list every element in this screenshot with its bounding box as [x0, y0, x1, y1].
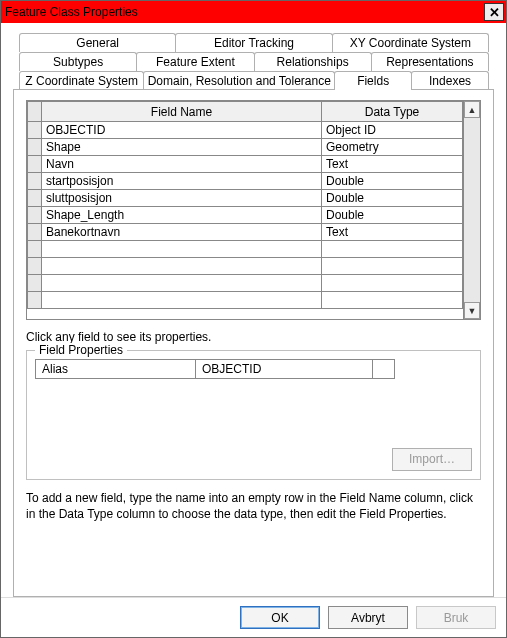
- cell-data-type[interactable]: [322, 275, 463, 292]
- dialog-content: General Editor Tracking XY Coordinate Sy…: [1, 23, 506, 597]
- cell-field-name[interactable]: [42, 275, 322, 292]
- tab-row-1: General Editor Tracking XY Coordinate Sy…: [19, 33, 488, 52]
- cell-data-type[interactable]: [322, 292, 463, 309]
- corner-header: [28, 102, 42, 122]
- cell-field-name[interactable]: startposisjon: [42, 173, 322, 190]
- tab-representations[interactable]: Representations: [371, 52, 489, 71]
- cell-field-name[interactable]: OBJECTID: [42, 122, 322, 139]
- ok-button[interactable]: OK: [240, 606, 320, 629]
- cell-field-name[interactable]: [42, 258, 322, 275]
- cell-data-type[interactable]: Double: [322, 207, 463, 224]
- cell-field-name[interactable]: [42, 292, 322, 309]
- cell-field-name[interactable]: sluttposisjon: [42, 190, 322, 207]
- tab-strip: General Editor Tracking XY Coordinate Sy…: [13, 33, 494, 90]
- row-header[interactable]: [28, 173, 42, 190]
- cell-data-type[interactable]: Text: [322, 156, 463, 173]
- dialog-footer: OK Avbryt Bruk: [1, 597, 506, 637]
- table-row[interactable]: [28, 258, 463, 275]
- row-header[interactable]: [28, 122, 42, 139]
- cell-data-type[interactable]: Geometry: [322, 139, 463, 156]
- cell-data-type[interactable]: Text: [322, 224, 463, 241]
- close-icon: ✕: [489, 6, 500, 19]
- col-header-data-type[interactable]: Data Type: [322, 102, 463, 122]
- row-header[interactable]: [28, 156, 42, 173]
- cancel-button[interactable]: Avbryt: [328, 606, 408, 629]
- property-value[interactable]: OBJECTID: [196, 360, 373, 379]
- table-row[interactable]: sluttposisjonDouble: [28, 190, 463, 207]
- fields-table[interactable]: Field Name Data Type OBJECTIDObject ID S…: [27, 101, 463, 309]
- tab-row-2: Subtypes Feature Extent Relationships Re…: [19, 52, 488, 71]
- row-header[interactable]: [28, 275, 42, 292]
- table-row[interactable]: [28, 241, 463, 258]
- table-row[interactable]: [28, 275, 463, 292]
- table-row[interactable]: NavnText: [28, 156, 463, 173]
- fields-grid: Field Name Data Type OBJECTIDObject ID S…: [26, 100, 481, 320]
- properties-dialog: Feature Class Properties ✕ General Edito…: [0, 0, 507, 638]
- apply-button: Bruk: [416, 606, 496, 629]
- row-header[interactable]: [28, 207, 42, 224]
- table-row[interactable]: [28, 292, 463, 309]
- row-header[interactable]: [28, 241, 42, 258]
- tab-fields[interactable]: Fields: [334, 71, 412, 90]
- cell-data-type[interactable]: Double: [322, 190, 463, 207]
- property-name[interactable]: Alias: [36, 360, 196, 379]
- cell-field-name[interactable]: Navn: [42, 156, 322, 173]
- cell-data-type[interactable]: Double: [322, 173, 463, 190]
- cell-data-type[interactable]: [322, 258, 463, 275]
- tab-feature-extent[interactable]: Feature Extent: [136, 52, 254, 71]
- cell-data-type[interactable]: Object ID: [322, 122, 463, 139]
- vertical-scrollbar[interactable]: ▲ ▼: [463, 101, 480, 319]
- tab-relationships[interactable]: Relationships: [254, 52, 372, 71]
- row-header[interactable]: [28, 190, 42, 207]
- tab-xy-coordinate-system[interactable]: XY Coordinate System: [332, 33, 489, 52]
- row-header[interactable]: [28, 258, 42, 275]
- tab-domain-resolution-tolerance[interactable]: Domain, Resolution and Tolerance: [143, 71, 335, 90]
- col-header-field-name[interactable]: Field Name: [42, 102, 322, 122]
- tab-indexes[interactable]: Indexes: [411, 71, 489, 90]
- row-header[interactable]: [28, 224, 42, 241]
- property-row[interactable]: Alias OBJECTID: [36, 360, 395, 379]
- cell-field-name[interactable]: Banekortnavn: [42, 224, 322, 241]
- field-properties-group: Field Properties Alias OBJECTID Import…: [26, 350, 481, 480]
- tab-general[interactable]: General: [19, 33, 176, 52]
- cell-field-name[interactable]: Shape: [42, 139, 322, 156]
- row-header[interactable]: [28, 139, 42, 156]
- table-row[interactable]: BanekortnavnText: [28, 224, 463, 241]
- tab-row-3: Z Coordinate System Domain, Resolution a…: [19, 71, 488, 90]
- tab-z-coordinate-system[interactable]: Z Coordinate System: [19, 71, 144, 90]
- property-button-cell[interactable]: [373, 360, 395, 379]
- tab-editor-tracking[interactable]: Editor Tracking: [175, 33, 332, 52]
- help-text: To add a new field, type the name into a…: [26, 490, 481, 522]
- scroll-down-icon[interactable]: ▼: [464, 302, 480, 319]
- hint-text: Click any field to see its properties.: [26, 330, 481, 344]
- field-properties-legend: Field Properties: [35, 343, 127, 357]
- field-properties-table[interactable]: Alias OBJECTID: [35, 359, 395, 379]
- tab-subtypes[interactable]: Subtypes: [19, 52, 137, 71]
- scroll-up-icon[interactable]: ▲: [464, 101, 480, 118]
- close-button[interactable]: ✕: [484, 3, 504, 21]
- window-title: Feature Class Properties: [5, 5, 138, 19]
- cell-field-name[interactable]: [42, 241, 322, 258]
- table-row[interactable]: ShapeGeometry: [28, 139, 463, 156]
- row-header[interactable]: [28, 292, 42, 309]
- table-row[interactable]: startposisjonDouble: [28, 173, 463, 190]
- titlebar: Feature Class Properties ✕: [1, 1, 506, 23]
- tab-body-fields: Field Name Data Type OBJECTIDObject ID S…: [13, 89, 494, 597]
- table-row[interactable]: Shape_LengthDouble: [28, 207, 463, 224]
- cell-field-name[interactable]: Shape_Length: [42, 207, 322, 224]
- cell-data-type[interactable]: [322, 241, 463, 258]
- import-button: Import…: [392, 448, 472, 471]
- table-row[interactable]: OBJECTIDObject ID: [28, 122, 463, 139]
